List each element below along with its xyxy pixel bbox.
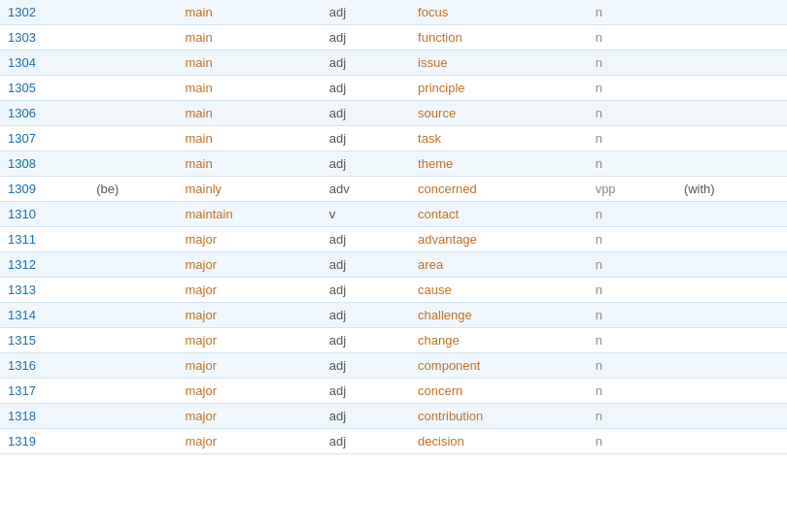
cell-paren [88, 25, 177, 50]
cell-pos: adj [322, 429, 410, 454]
cell-paren [88, 379, 177, 404]
cell-word: main [178, 101, 322, 126]
cell-extra [676, 50, 787, 76]
cell-paren [88, 50, 177, 76]
cell-pos: adj [322, 101, 410, 126]
cell-collocate: concerned [410, 177, 588, 202]
cell-word: main [178, 76, 322, 101]
cell-word: maintain [178, 202, 322, 227]
cell-extra [676, 328, 787, 353]
cell-extra [676, 76, 787, 101]
cell-collocate: focus [410, 0, 588, 25]
cell-paren [88, 151, 177, 177]
cell-collocate: area [410, 252, 588, 278]
cell-collocate: challenge [410, 303, 588, 328]
cell-collocate: contribution [410, 404, 588, 429]
cell-id: 1306 [0, 101, 88, 126]
cell-type: n [588, 151, 676, 177]
cell-paren [88, 252, 177, 278]
cell-collocate: advantage [410, 227, 588, 252]
cell-extra [676, 379, 787, 404]
cell-word: major [178, 227, 322, 252]
cell-pos: adj [322, 252, 410, 278]
table-row: 1318 major adj contribution n [0, 404, 787, 429]
cell-id: 1317 [0, 379, 88, 404]
cell-word: major [178, 404, 322, 429]
cell-extra [676, 353, 787, 379]
cell-paren [88, 227, 177, 252]
cell-id: 1312 [0, 252, 88, 278]
cell-id: 1315 [0, 328, 88, 353]
cell-type: n [588, 429, 676, 454]
table-row: 1314 major adj challenge n [0, 303, 787, 328]
cell-id: 1302 [0, 0, 88, 25]
cell-id: 1311 [0, 227, 88, 252]
cell-collocate: issue [410, 50, 588, 76]
table-row: 1315 major adj change n [0, 328, 787, 353]
cell-pos: adj [322, 0, 410, 25]
cell-id: 1303 [0, 25, 88, 50]
cell-paren [88, 303, 177, 328]
cell-id: 1316 [0, 353, 88, 379]
cell-paren [88, 76, 177, 101]
table-row: 1312 major adj area n [0, 252, 787, 278]
data-table: 1302 main adj focus n 1303 main adj func… [0, 0, 787, 454]
table-row: 1302 main adj focus n [0, 0, 787, 25]
cell-paren [88, 429, 177, 454]
cell-pos: adj [322, 278, 410, 303]
cell-type: n [588, 101, 676, 126]
cell-id: 1319 [0, 429, 88, 454]
cell-word: major [178, 303, 322, 328]
cell-word: major [178, 252, 322, 278]
cell-pos: adj [322, 379, 410, 404]
cell-id: 1308 [0, 151, 88, 177]
cell-word: major [178, 379, 322, 404]
cell-collocate: contact [410, 202, 588, 227]
cell-type: vpp [588, 177, 676, 202]
cell-id: 1305 [0, 76, 88, 101]
cell-type: n [588, 328, 676, 353]
table-row: 1319 major adj decision n [0, 429, 787, 454]
cell-pos: v [322, 202, 410, 227]
cell-pos: adv [322, 177, 410, 202]
cell-word: main [178, 50, 322, 76]
table-row: 1317 major adj concern n [0, 379, 787, 404]
cell-extra [676, 278, 787, 303]
cell-extra [676, 429, 787, 454]
cell-pos: adj [322, 126, 410, 151]
cell-type: n [588, 227, 676, 252]
cell-paren [88, 126, 177, 151]
cell-type: n [588, 278, 676, 303]
cell-paren: (be) [88, 177, 177, 202]
cell-type: n [588, 353, 676, 379]
cell-collocate: source [410, 101, 588, 126]
cell-collocate: change [410, 328, 588, 353]
table-row: 1313 major adj cause n [0, 278, 787, 303]
cell-word: main [178, 0, 322, 25]
cell-paren [88, 328, 177, 353]
cell-paren [88, 202, 177, 227]
table-row: 1305 main adj principle n [0, 76, 787, 101]
cell-paren [88, 404, 177, 429]
cell-word: major [178, 429, 322, 454]
cell-type: n [588, 202, 676, 227]
cell-collocate: component [410, 353, 588, 379]
cell-pos: adj [322, 227, 410, 252]
cell-extra [676, 404, 787, 429]
cell-extra [676, 101, 787, 126]
cell-id: 1309 [0, 177, 88, 202]
table-row: 1306 main adj source n [0, 101, 787, 126]
table-row: 1309 (be) mainly adv concerned vpp (with… [0, 177, 787, 202]
table-row: 1308 main adj theme n [0, 151, 787, 177]
cell-pos: adj [322, 404, 410, 429]
cell-type: n [588, 126, 676, 151]
cell-collocate: concern [410, 379, 588, 404]
cell-type: n [588, 379, 676, 404]
cell-pos: adj [322, 353, 410, 379]
cell-type: n [588, 252, 676, 278]
cell-paren [88, 353, 177, 379]
cell-collocate: theme [410, 151, 588, 177]
cell-extra [676, 126, 787, 151]
cell-extra [676, 303, 787, 328]
cell-id: 1304 [0, 50, 88, 76]
